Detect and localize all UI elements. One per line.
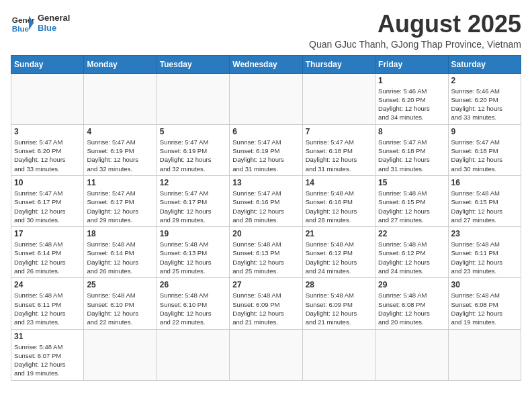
calendar-cell: 31Sunrise: 5:48 AM Sunset: 6:07 PM Dayli…: [11, 329, 84, 380]
calendar-week-row: 24Sunrise: 5:48 AM Sunset: 6:11 PM Dayli…: [11, 278, 521, 329]
day-info: Sunrise: 5:47 AM Sunset: 6:18 PM Dayligh…: [451, 138, 518, 173]
day-number: 13: [232, 178, 299, 187]
calendar-week-row: 17Sunrise: 5:48 AM Sunset: 6:14 PM Dayli…: [11, 227, 521, 278]
day-number: 28: [306, 280, 372, 289]
calendar-cell: 30Sunrise: 5:48 AM Sunset: 6:08 PM Dayli…: [448, 278, 521, 329]
calendar-cell: 1Sunrise: 5:46 AM Sunset: 6:20 PM Daylig…: [375, 73, 448, 124]
day-info: Sunrise: 5:47 AM Sunset: 6:19 PM Dayligh…: [160, 138, 226, 173]
calendar-cell: 13Sunrise: 5:47 AM Sunset: 6:16 PM Dayli…: [230, 175, 302, 226]
calendar-cell: 27Sunrise: 5:48 AM Sunset: 6:09 PM Dayli…: [230, 278, 302, 329]
calendar-cell: 26Sunrise: 5:48 AM Sunset: 6:10 PM Dayli…: [157, 278, 229, 329]
calendar-cell: 14Sunrise: 5:48 AM Sunset: 6:16 PM Dayli…: [302, 175, 375, 226]
logo-general: General: [38, 13, 70, 23]
calendar-cell: 15Sunrise: 5:48 AM Sunset: 6:15 PM Dayli…: [375, 175, 448, 226]
day-number: 5: [160, 127, 226, 136]
calendar-cell: [84, 329, 157, 380]
day-info: Sunrise: 5:48 AM Sunset: 6:07 PM Dayligh…: [14, 342, 81, 378]
calendar-cell: 17Sunrise: 5:48 AM Sunset: 6:14 PM Dayli…: [11, 227, 84, 278]
day-number: 20: [232, 229, 299, 238]
day-info: Sunrise: 5:47 AM Sunset: 6:19 PM Dayligh…: [87, 138, 153, 173]
day-info: Sunrise: 5:48 AM Sunset: 6:09 PM Dayligh…: [232, 291, 299, 326]
calendar-cell: 20Sunrise: 5:48 AM Sunset: 6:13 PM Dayli…: [230, 227, 302, 278]
calendar-cell: 6Sunrise: 5:47 AM Sunset: 6:19 PM Daylig…: [230, 124, 302, 175]
day-info: Sunrise: 5:47 AM Sunset: 6:18 PM Dayligh…: [306, 138, 372, 173]
day-info: Sunrise: 5:48 AM Sunset: 6:15 PM Dayligh…: [451, 189, 518, 224]
calendar-cell: 24Sunrise: 5:48 AM Sunset: 6:11 PM Dayli…: [11, 278, 84, 329]
day-info: Sunrise: 5:48 AM Sunset: 6:16 PM Dayligh…: [306, 189, 372, 224]
calendar-cell: 2Sunrise: 5:46 AM Sunset: 6:20 PM Daylig…: [448, 73, 521, 124]
calendar-cell: 19Sunrise: 5:48 AM Sunset: 6:13 PM Dayli…: [157, 227, 229, 278]
day-info: Sunrise: 5:48 AM Sunset: 6:10 PM Dayligh…: [87, 291, 153, 326]
day-info: Sunrise: 5:47 AM Sunset: 6:17 PM Dayligh…: [87, 189, 153, 224]
day-info: Sunrise: 5:47 AM Sunset: 6:19 PM Dayligh…: [232, 138, 299, 173]
weekday-header-thursday: Thursday: [302, 55, 375, 73]
day-number: 11: [87, 178, 153, 187]
day-number: 1: [378, 76, 445, 85]
day-number: 3: [14, 127, 81, 136]
day-info: Sunrise: 5:48 AM Sunset: 6:12 PM Dayligh…: [306, 240, 372, 275]
day-number: 2: [451, 76, 518, 85]
day-info: Sunrise: 5:47 AM Sunset: 6:20 PM Dayligh…: [14, 138, 81, 173]
day-number: 6: [232, 127, 299, 136]
svg-text:Blue: Blue: [12, 24, 30, 33]
day-info: Sunrise: 5:47 AM Sunset: 6:18 PM Dayligh…: [378, 138, 445, 173]
day-info: Sunrise: 5:48 AM Sunset: 6:12 PM Dayligh…: [378, 240, 445, 275]
calendar-cell: 18Sunrise: 5:48 AM Sunset: 6:14 PM Dayli…: [84, 227, 157, 278]
weekday-header-wednesday: Wednesday: [230, 55, 302, 73]
calendar-cell: [230, 329, 302, 380]
day-number: 21: [306, 229, 372, 238]
calendar-cell: 22Sunrise: 5:48 AM Sunset: 6:12 PM Dayli…: [375, 227, 448, 278]
day-number: 22: [378, 229, 445, 238]
day-info: Sunrise: 5:47 AM Sunset: 6:17 PM Dayligh…: [160, 189, 226, 224]
calendar-cell: [157, 73, 229, 124]
day-number: 23: [451, 229, 518, 238]
weekday-header-friday: Friday: [375, 55, 448, 73]
calendar-cell: [84, 73, 157, 124]
calendar-cell: 8Sunrise: 5:47 AM Sunset: 6:18 PM Daylig…: [375, 124, 448, 175]
logo: General Blue General Blue: [11, 11, 70, 35]
calendar-cell: 28Sunrise: 5:48 AM Sunset: 6:09 PM Dayli…: [302, 278, 375, 329]
weekday-header-monday: Monday: [84, 55, 157, 73]
day-number: 24: [14, 280, 81, 289]
calendar-week-row: 1Sunrise: 5:46 AM Sunset: 6:20 PM Daylig…: [11, 73, 521, 124]
day-number: 29: [378, 280, 445, 289]
calendar-cell: 12Sunrise: 5:47 AM Sunset: 6:17 PM Dayli…: [157, 175, 229, 226]
calendar-table: SundayMondayTuesdayWednesdayThursdayFrid…: [11, 55, 521, 381]
day-info: Sunrise: 5:48 AM Sunset: 6:13 PM Dayligh…: [232, 240, 299, 275]
calendar-cell: [230, 73, 302, 124]
day-number: 14: [306, 178, 372, 187]
day-info: Sunrise: 5:48 AM Sunset: 6:14 PM Dayligh…: [87, 240, 153, 275]
day-number: 18: [87, 229, 153, 238]
day-number: 4: [87, 127, 153, 136]
calendar-cell: 3Sunrise: 5:47 AM Sunset: 6:20 PM Daylig…: [11, 124, 84, 175]
day-info: Sunrise: 5:48 AM Sunset: 6:08 PM Dayligh…: [451, 291, 518, 326]
calendar-cell: 21Sunrise: 5:48 AM Sunset: 6:12 PM Dayli…: [302, 227, 375, 278]
page-header: General Blue General Blue August 2025 Qu…: [11, 11, 521, 50]
day-info: Sunrise: 5:48 AM Sunset: 6:15 PM Dayligh…: [378, 189, 445, 224]
day-info: Sunrise: 5:48 AM Sunset: 6:08 PM Dayligh…: [378, 291, 445, 326]
day-number: 31: [14, 332, 81, 341]
day-number: 16: [451, 178, 518, 187]
day-info: Sunrise: 5:47 AM Sunset: 6:17 PM Dayligh…: [14, 189, 81, 224]
calendar-cell: 9Sunrise: 5:47 AM Sunset: 6:18 PM Daylig…: [448, 124, 521, 175]
day-info: Sunrise: 5:48 AM Sunset: 6:14 PM Dayligh…: [14, 240, 81, 275]
calendar-week-row: 31Sunrise: 5:48 AM Sunset: 6:07 PM Dayli…: [11, 329, 521, 380]
calendar-cell: [302, 329, 375, 380]
calendar-cell: [302, 73, 375, 124]
weekday-header-saturday: Saturday: [448, 55, 521, 73]
calendar-cell: 29Sunrise: 5:48 AM Sunset: 6:08 PM Dayli…: [375, 278, 448, 329]
weekday-header-sunday: Sunday: [11, 55, 84, 73]
day-number: 30: [451, 280, 518, 289]
calendar-cell: 7Sunrise: 5:47 AM Sunset: 6:18 PM Daylig…: [302, 124, 375, 175]
calendar-cell: 10Sunrise: 5:47 AM Sunset: 6:17 PM Dayli…: [11, 175, 84, 226]
day-info: Sunrise: 5:48 AM Sunset: 6:11 PM Dayligh…: [14, 291, 81, 326]
calendar-cell: 23Sunrise: 5:48 AM Sunset: 6:11 PM Dayli…: [448, 227, 521, 278]
day-number: 26: [160, 280, 226, 289]
day-number: 27: [232, 280, 299, 289]
calendar-cell: 25Sunrise: 5:48 AM Sunset: 6:10 PM Dayli…: [84, 278, 157, 329]
day-info: Sunrise: 5:46 AM Sunset: 6:20 PM Dayligh…: [451, 87, 518, 122]
day-number: 9: [451, 127, 518, 136]
calendar-cell: [375, 329, 448, 380]
calendar-cell: [11, 73, 84, 124]
month-year-title: August 2025: [309, 11, 521, 38]
